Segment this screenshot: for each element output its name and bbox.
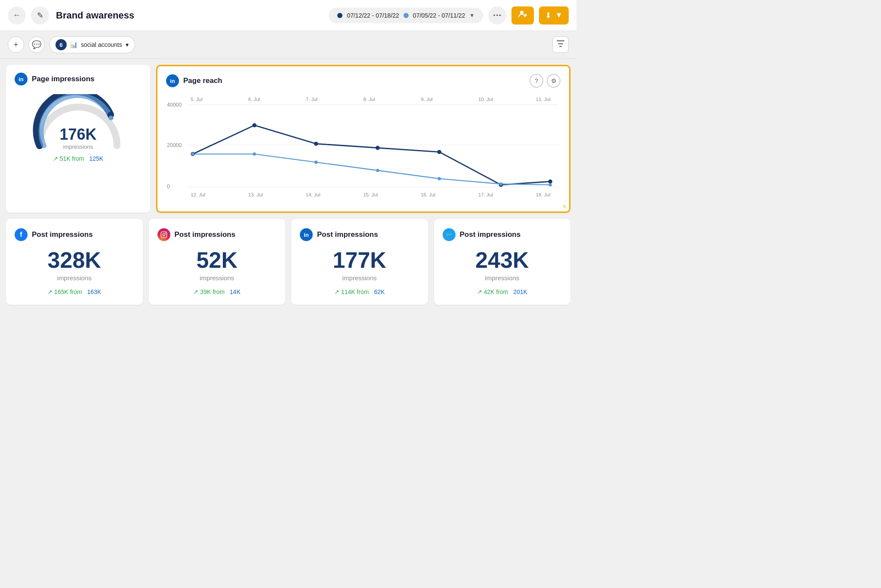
fb-card-header: f Post impressions	[15, 228, 134, 241]
fb-metric-label: impressions	[57, 274, 92, 282]
change-from-value: 125K	[89, 155, 103, 162]
settings-button[interactable]: ⚙	[547, 74, 561, 88]
li-card-header: in Post impressions	[300, 228, 419, 241]
chart-area: 40000 20000 0 5. Jul 6. Jul 7. Jul 8. Ju…	[166, 92, 561, 204]
download-button[interactable]: ⬇ ▼	[539, 6, 569, 24]
svg-point-26	[253, 123, 257, 128]
ig-change-row: ↗ 39K from 14K	[193, 288, 240, 295]
fb-big-number: 328K	[48, 248, 101, 273]
secondary-date-label: 07/05/22 - 07/11/22	[413, 12, 465, 19]
svg-text:18. Jul: 18. Jul	[536, 192, 551, 197]
download-icon: ⬇	[545, 11, 551, 20]
tw-card-header: 🐦 Post impressions	[443, 228, 562, 241]
gauge-unit: impressions	[59, 144, 96, 150]
svg-point-38	[548, 183, 552, 187]
social-accounts-button[interactable]: 6 📊 social accounts ▾	[49, 36, 135, 53]
ig-metric-label: impressions	[200, 274, 234, 282]
instagram-icon	[157, 228, 170, 241]
svg-text:11. Jul: 11. Jul	[536, 97, 551, 102]
page-impressions-title-row: in Page impressions	[15, 73, 142, 86]
svg-text:6. Jul: 6. Jul	[248, 97, 260, 102]
svg-text:7. Jul: 7. Jul	[306, 97, 317, 102]
svg-point-31	[548, 180, 552, 184]
bottom-cards-row: f Post impressions 328K impressions ↗ 16…	[6, 219, 570, 305]
plus-icon: +	[14, 40, 18, 49]
page-impressions-title: Page impressions	[32, 75, 95, 83]
li-card-title: Post impressions	[317, 230, 378, 239]
back-button[interactable]: ←	[8, 6, 26, 24]
page-impressions-card: in Page impressions 176K	[6, 65, 150, 213]
chart-title-row: in Page reach	[166, 74, 222, 87]
gauge-svg: 176K impressions	[31, 94, 126, 150]
ig-change-text: ↗ 39K from	[193, 288, 225, 295]
primary-date-label: 07/12/22 - 07/18/22	[347, 12, 399, 19]
page-reach-title: Page reach	[183, 77, 222, 85]
svg-point-41	[165, 233, 166, 233]
fb-from-value: 163K	[87, 288, 102, 295]
li-metric-label: impressions	[342, 274, 377, 282]
svg-point-0	[520, 11, 524, 14]
twitter-post-impressions-card: 🐦 Post impressions 243K impressions ↗ 42…	[434, 219, 571, 305]
gear-icon: ⚙	[551, 77, 557, 84]
ig-card-title: Post impressions	[175, 230, 236, 239]
svg-text:8. Jul: 8. Jul	[363, 97, 375, 102]
li-change-row: ↗ 114K from 62K	[334, 288, 385, 295]
social-chevron-icon: ▾	[126, 41, 129, 48]
gauge-container: 176K impressions ↗ 51K from 125K	[15, 90, 142, 166]
add-user-icon	[518, 9, 527, 21]
add-widget-button[interactable]: +	[8, 37, 24, 53]
download-chevron-icon: ▼	[555, 11, 563, 20]
social-count-badge: 6	[55, 39, 67, 50]
edit-icon: ✎	[37, 11, 43, 20]
edit-button[interactable]: ✎	[31, 6, 49, 24]
secondary-date-dot	[404, 13, 409, 18]
filter-icon	[557, 40, 564, 49]
svg-text:12. Jul: 12. Jul	[191, 192, 205, 197]
facebook-icon: f	[15, 228, 28, 241]
fb-change-text: ↗ 165K from	[47, 288, 82, 295]
svg-point-40	[163, 233, 165, 236]
filter-button[interactable]	[552, 37, 569, 53]
chart-actions: ? ⚙	[530, 74, 561, 88]
twitter-icon: 🐦	[443, 228, 456, 241]
svg-point-32	[191, 153, 194, 156]
bar-chart-icon: 📊	[70, 41, 77, 48]
date-range-button[interactable]: 07/12/22 - 07/18/22 07/05/22 - 07/11/22 …	[329, 8, 483, 23]
svg-point-29	[437, 150, 441, 154]
add-user-button[interactable]	[511, 6, 534, 24]
subheader: + 💬 6 📊 social accounts ▾	[0, 31, 576, 59]
comment-icon: 💬	[32, 40, 41, 49]
gauge-center: 176K impressions	[59, 126, 96, 150]
page-title: Brand awareness	[56, 10, 323, 21]
svg-point-36	[437, 177, 441, 181]
svg-text:16. Jul: 16. Jul	[421, 192, 435, 197]
svg-text:10. Jul: 10. Jul	[478, 97, 493, 102]
ig-big-number: 52K	[197, 248, 237, 273]
tw-card-title: Post impressions	[460, 230, 521, 239]
svg-text:15. Jul: 15. Jul	[363, 192, 378, 197]
more-button[interactable]: ···	[488, 6, 506, 24]
li-from-value: 62K	[374, 288, 385, 295]
comment-button[interactable]: 💬	[28, 37, 45, 53]
chart-header: in Page reach ? ⚙	[166, 74, 561, 88]
social-accounts-label: social accounts	[81, 41, 122, 48]
help-button[interactable]: ?	[530, 74, 543, 88]
question-icon: ?	[535, 77, 538, 84]
change-arrow: ↗ 51K from	[53, 155, 84, 162]
fb-change-row: ↗ 165K from 163K	[47, 288, 101, 295]
svg-point-28	[376, 146, 380, 150]
li-change-text: ↗ 114K from	[334, 288, 369, 295]
svg-text:14. Jul: 14. Jul	[306, 192, 320, 197]
gauge-change: ↗ 51K from 125K	[53, 155, 103, 162]
back-icon: ←	[13, 11, 21, 20]
tw-big-number: 243K	[475, 248, 529, 273]
ig-from-value: 14K	[230, 288, 240, 295]
svg-text:0: 0	[167, 184, 170, 190]
li-big-number: 177K	[333, 248, 386, 273]
svg-text:17. Jul: 17. Jul	[478, 192, 493, 197]
svg-point-37	[499, 182, 503, 186]
header: ← ✎ Brand awareness 07/12/22 - 07/18/22 …	[0, 0, 576, 31]
chart-corner-mark: ⌞	[563, 199, 567, 209]
svg-text:20000: 20000	[167, 142, 182, 148]
linkedin-post-impressions-card: in Post impressions 177K impressions ↗ 1…	[291, 219, 428, 305]
